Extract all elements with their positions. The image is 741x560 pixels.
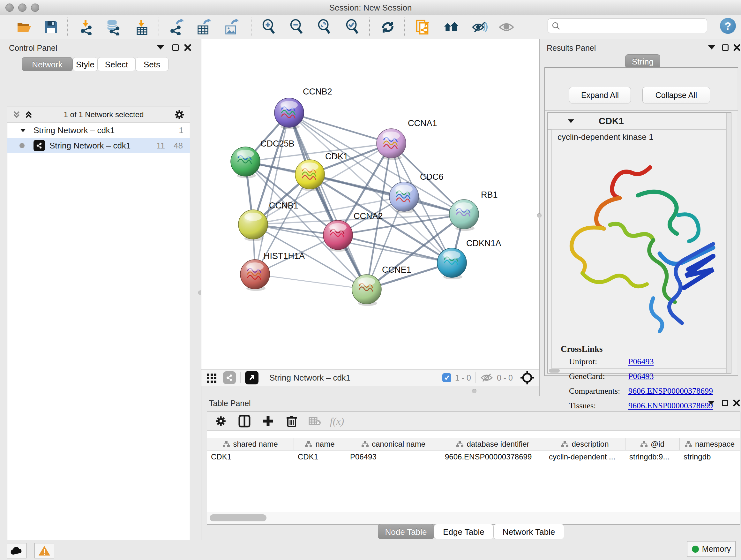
- network-edge-CCNB2-CCNE1[interactable]: [289, 113, 367, 289]
- network-node-HIST1H1A[interactable]: [240, 260, 270, 291]
- results-vertical-scrollbar[interactable]: [726, 113, 731, 373]
- results-horizontal-scrollbar-thumb[interactable]: [549, 369, 560, 373]
- show-columns-icon[interactable]: [235, 413, 254, 429]
- panel-close-icon[interactable]: [733, 44, 741, 51]
- crosslink-link[interactable]: P06493: [628, 372, 654, 381]
- column-header[interactable]: name: [294, 438, 346, 450]
- panel-maximize-icon[interactable]: [172, 44, 179, 51]
- table-cell[interactable]: stringdb:9...: [625, 450, 680, 463]
- network-collection-row[interactable]: String Network – cdk1 1: [7, 123, 190, 138]
- warnings-button[interactable]: [35, 543, 54, 558]
- collapse-all-button[interactable]: Collapse All: [643, 87, 710, 104]
- section-expander-icon[interactable]: [568, 119, 574, 123]
- column-header[interactable]: canonical name: [346, 438, 441, 450]
- column-header[interactable]: database identifier: [441, 438, 545, 450]
- results-splitter-handle[interactable]: [537, 213, 542, 218]
- import-table-from-file-icon[interactable]: [134, 19, 150, 35]
- tab-node-table[interactable]: Node Table: [378, 524, 434, 539]
- tree-expander-icon[interactable]: [20, 129, 26, 132]
- network-edge-CCNE1-HIST1H1A[interactable]: [255, 274, 367, 289]
- panel-float-icon[interactable]: [708, 401, 715, 405]
- column-header[interactable]: shared name: [207, 438, 294, 450]
- fit-selected-crosshair-icon[interactable]: [520, 370, 535, 385]
- copy-network-icon[interactable]: [415, 19, 431, 35]
- gear-icon[interactable]: [174, 109, 185, 120]
- tab-style[interactable]: Style: [73, 57, 98, 71]
- panel-close-icon[interactable]: [733, 399, 740, 407]
- crosslink-link[interactable]: P06493: [628, 357, 654, 366]
- network-edge-CCNB2-CCNA1[interactable]: [289, 113, 391, 143]
- table-cell[interactable]: CDK1: [294, 450, 346, 463]
- network-edge-CCNB2-HIST1H1A[interactable]: [255, 113, 289, 274]
- table-cell[interactable]: stringdb: [680, 450, 740, 463]
- add-column-icon[interactable]: [259, 413, 277, 429]
- table-cell[interactable]: CDK1: [207, 450, 294, 463]
- network-row[interactable]: String Network – cdk1 11 48: [7, 138, 190, 153]
- export-image-icon[interactable]: [223, 19, 239, 35]
- panel-float-icon[interactable]: [708, 45, 715, 50]
- tab-select[interactable]: Select: [98, 57, 135, 71]
- zoom-fit-icon[interactable]: [317, 19, 333, 35]
- table-cell[interactable]: 9606.ENSP00000378699: [441, 450, 545, 463]
- network-canvas[interactable]: CDK1CCNB1CCNB2CCNA1CCNA2CCNE1CDC25BCDC6C…: [201, 39, 539, 369]
- expand-all-button[interactable]: Expand All: [569, 87, 631, 104]
- table-horizontal-scrollbar[interactable]: [207, 512, 740, 524]
- network-node-CDKN1A[interactable]: [437, 248, 467, 279]
- tab-network-table[interactable]: Network Table: [493, 524, 564, 539]
- selected-nodes-checkbox-icon[interactable]: [442, 373, 451, 382]
- cloud-status-button[interactable]: [7, 543, 26, 558]
- collapse-all-icon[interactable]: [12, 110, 21, 119]
- import-network-from-file-icon[interactable]: [78, 19, 94, 35]
- node-label-CCNA1: CCNA1: [408, 118, 437, 128]
- graphics-details-icon[interactable]: [472, 19, 488, 35]
- column-header[interactable]: @id: [625, 438, 680, 450]
- network-view-share-icon[interactable]: [223, 371, 236, 384]
- save-session-icon[interactable]: [43, 19, 59, 35]
- gene-section-header[interactable]: CDK1: [548, 113, 731, 130]
- network-node-RB1[interactable]: [449, 199, 479, 231]
- grid-view-icon[interactable]: [206, 372, 217, 383]
- export-network-icon[interactable]: [169, 19, 185, 35]
- table-cell[interactable]: P06493: [346, 450, 441, 463]
- export-table-icon[interactable]: [196, 19, 212, 35]
- network-node-CDC25B[interactable]: [231, 147, 260, 178]
- tab-string[interactable]: String: [625, 54, 660, 68]
- open-session-icon[interactable]: [16, 19, 32, 35]
- panel-float-icon[interactable]: [157, 45, 164, 50]
- panel-close-icon[interactable]: [184, 44, 192, 51]
- column-header[interactable]: namespace: [680, 438, 740, 450]
- network-node-CCNA1[interactable]: [377, 129, 406, 160]
- table-row[interactable]: CDK1CDK1P064939606.ENSP00000378699cyclin…: [207, 450, 740, 463]
- search-input[interactable]: [560, 21, 695, 30]
- table-settings-gear-icon[interactable]: [212, 413, 230, 429]
- help-button[interactable]: ?: [720, 18, 736, 34]
- zoom-selected-icon[interactable]: [345, 19, 360, 35]
- viewbar-separator: [240, 372, 241, 383]
- table-splitter-handle[interactable]: [472, 389, 476, 393]
- memory-button[interactable]: Memory: [687, 541, 736, 557]
- tab-sets[interactable]: Sets: [135, 57, 169, 71]
- table-cell[interactable]: cyclin-dependent ...: [545, 450, 625, 463]
- expand-all-icon[interactable]: [24, 110, 33, 119]
- detach-view-icon[interactable]: [245, 371, 259, 384]
- network-node-CDK1[interactable]: [295, 160, 325, 191]
- panel-maximize-icon[interactable]: [722, 44, 729, 51]
- toolbar-search[interactable]: [548, 18, 707, 33]
- delete-column-icon[interactable]: [282, 413, 301, 429]
- table-horizontal-scrollbar-thumb[interactable]: [210, 514, 266, 521]
- column-header[interactable]: description: [545, 438, 625, 450]
- tab-edge-table[interactable]: Edge Table: [434, 524, 493, 539]
- apply-layout-icon[interactable]: [380, 19, 396, 35]
- import-network-from-database-icon[interactable]: [105, 19, 121, 35]
- crosslink-row: Compartments:: [569, 386, 620, 396]
- birdseye-view-icon[interactable]: [498, 19, 515, 35]
- crosslink-link[interactable]: 9606.ENSP00000378699: [628, 386, 713, 395]
- tab-network[interactable]: Network: [22, 57, 73, 71]
- panel-maximize-icon[interactable]: [722, 400, 728, 406]
- zoom-out-icon[interactable]: [289, 19, 305, 35]
- zoom-in-icon[interactable]: [261, 19, 277, 35]
- collection-name: String Network – cdk1: [33, 125, 115, 135]
- hidden-eye-icon[interactable]: [480, 373, 493, 383]
- home-networks-icon[interactable]: [444, 19, 460, 35]
- network-node-CCNE1[interactable]: [352, 274, 381, 306]
